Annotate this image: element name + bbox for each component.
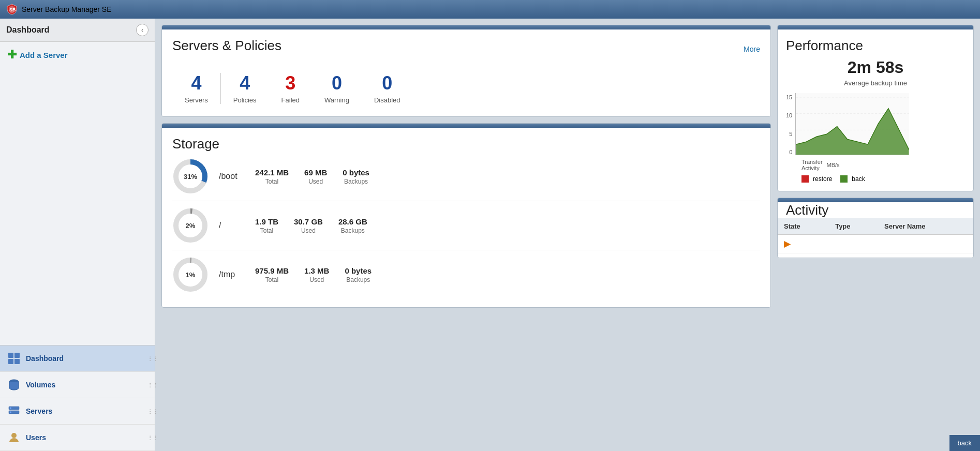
y-label-10: 10 (786, 112, 792, 118)
storage-backups: 0 bytes Backups (343, 168, 369, 185)
avg-backup-time-label: Average backup time (786, 79, 965, 87)
total-label: Total (265, 276, 278, 283)
warning-label: Warning (324, 96, 349, 104)
activity-body: ▶ (778, 235, 973, 253)
backups-label: Backups (346, 276, 370, 283)
add-server-link[interactable]: ✚ Add a Server (0, 42, 155, 68)
backups-value: 28.6 GB (338, 217, 367, 226)
legend-restore: restore (801, 175, 832, 183)
servers-stat: 4 Servers (172, 68, 220, 108)
add-server-icon: ✚ (7, 48, 17, 62)
card-body: Activity State Type Server Name ▶ (778, 202, 973, 258)
total-label: Total (265, 178, 278, 185)
used-value: 69 MB (304, 168, 327, 177)
sidebar-users-label: Users (26, 433, 46, 442)
storage-used: 69 MB Used (304, 168, 327, 185)
mount-point: / (219, 221, 245, 230)
used-label: Used (301, 227, 316, 234)
activity-col-server: Server Name (878, 218, 973, 235)
donut-chart: 31% (172, 158, 209, 194)
storage-title: Storage (172, 136, 219, 152)
svg-text:SB: SB (9, 7, 16, 12)
sidebar-title: Dashboard (6, 25, 50, 35)
disabled-stat: 0 Disabled (362, 68, 413, 108)
sp-stats: 4 Servers 4 Policies 3 Failed (172, 68, 760, 108)
chart-area (795, 93, 965, 157)
svg-rect-1 (8, 353, 13, 358)
total-value: 1.9 TB (255, 217, 278, 226)
svg-rect-2 (14, 353, 20, 358)
performance-chart (795, 93, 909, 155)
activity-state: ▶ (778, 235, 829, 253)
top-bar: SB Server Backup Manager SE (0, 0, 980, 19)
sidebar-nav: Dashboard ⋮⋮ Volumes ⋮⋮ (0, 345, 155, 451)
activity-card: Activity State Type Server Name ▶ (777, 198, 974, 258)
storage-backups: 28.6 GB Backups (338, 217, 367, 234)
sidebar-item-volumes[interactable]: Volumes ⋮⋮ (0, 372, 155, 398)
activity-table: State Type Server Name ▶ (778, 218, 973, 253)
servers-policies-more-link[interactable]: More (744, 45, 760, 53)
used-label: Used (308, 178, 323, 185)
mbs-label: MB/s (827, 162, 840, 168)
storage-details: 975.9 MB Total 1.3 MB Used 0 bytes Backu… (255, 266, 372, 283)
activity-table-header-row: State Type Server Name (778, 218, 973, 235)
used-label: Used (309, 276, 324, 283)
failed-label: Failed (281, 96, 300, 104)
servers-icon (7, 404, 21, 418)
servers-policies-card: Servers & Policies More 4 Servers 4 Poli… (161, 25, 771, 117)
storage-total: 242.1 MB Total (255, 168, 289, 185)
activity-row: ▶ (778, 235, 973, 253)
storage-row: 31% /boot 242.1 MB Total 69 MB Used 0 by… (172, 152, 760, 201)
sidebar-item-dashboard[interactable]: Dashboard ⋮⋮ (0, 345, 155, 372)
drag-handle: ⋮⋮ (151, 425, 155, 450)
storage-total: 1.9 TB Total (255, 217, 278, 234)
policies-label: Policies (233, 96, 257, 104)
performance-card: Performance 2m 58s Average backup time 1… (777, 25, 974, 191)
storage-card: Storage 31% /boot 242.1 MB Total 69 MB U… (161, 123, 771, 308)
storage-used: 30.7 GB Used (294, 217, 323, 234)
disabled-count: 0 (382, 72, 392, 94)
sidebar-volumes-label: Volumes (26, 381, 55, 389)
sidebar: Dashboard ‹ ✚ Add a Server Dashboard (0, 19, 155, 451)
used-value: 1.3 MB (304, 266, 329, 275)
storage-backups: 0 bytes Backups (345, 266, 372, 283)
drag-handle: ⋮⋮ (151, 398, 155, 424)
servers-count: 4 (191, 72, 201, 94)
chart-legend: restore back (801, 175, 965, 183)
sidebar-item-users[interactable]: Users ⋮⋮ (0, 425, 155, 451)
donut-chart: 2% (172, 207, 209, 244)
backups-label: Backups (344, 178, 368, 185)
total-value: 242.1 MB (255, 168, 289, 177)
card-header (162, 124, 770, 128)
card-body: Storage 31% /boot 242.1 MB Total 69 MB U… (162, 128, 770, 307)
card-header (162, 25, 770, 29)
failed-stat: 3 Failed (269, 68, 312, 108)
activity-title: Activity (778, 198, 837, 218)
total-value: 975.9 MB (255, 266, 289, 275)
warning-stat: 0 Warning (312, 68, 362, 108)
y-label-15: 15 (786, 94, 792, 100)
activity-server (878, 235, 973, 253)
transfer-activity-label: TransferActivity (801, 159, 823, 171)
disabled-label: Disabled (374, 96, 400, 104)
backups-label: Backups (341, 227, 365, 234)
backups-value: 0 bytes (345, 266, 372, 275)
storage-rows: 31% /boot 242.1 MB Total 69 MB Used 0 by… (172, 152, 760, 299)
sidebar-collapse-button[interactable]: ‹ (136, 24, 149, 36)
activity-col-state: State (778, 218, 829, 235)
y-label-5: 5 (789, 131, 792, 137)
content-area: Servers & Policies More 4 Servers 4 Poli… (155, 19, 980, 451)
sidebar-servers-label: Servers (26, 407, 52, 415)
storage-details: 242.1 MB Total 69 MB Used 0 bytes Backup… (255, 168, 369, 185)
card-body: Servers & Policies More 4 Servers 4 Poli… (162, 29, 770, 116)
performance-title: Performance (786, 38, 863, 53)
app-title: Server Backup Manager SE (22, 5, 112, 13)
users-icon (7, 431, 21, 444)
chart-y-axis: 15 10 5 0 (786, 93, 792, 155)
donut-chart: 1% (172, 257, 209, 293)
sidebar-item-servers[interactable]: Servers ⋮⋮ (0, 398, 155, 425)
dashboard-icon (7, 352, 21, 365)
backup-label: back (852, 175, 865, 183)
storage-row: 1% /tmp 975.9 MB Total 1.3 MB Used 0 byt… (172, 250, 760, 299)
card-header (778, 25, 973, 29)
